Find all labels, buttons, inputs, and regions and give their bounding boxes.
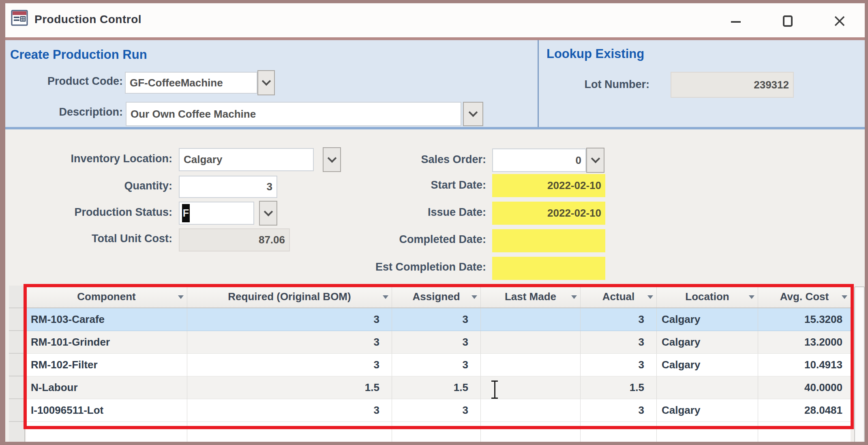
empty-cell[interactable] [26,422,187,442]
column-header-location[interactable]: Location [657,286,758,307]
lookup-existing-title: Lookup Existing [547,47,644,61]
production-status-dropdown-button[interactable] [259,201,277,226]
cell-avg-cost[interactable]: 28.0481 [758,399,851,421]
cell-avg-cost[interactable]: 10.4913 [758,354,851,376]
column-filter-arrow-icon[interactable] [842,295,847,299]
production-status-label: Production Status: [22,206,172,219]
cell-assigned[interactable]: 3 [392,399,481,421]
title-bar: Production Control [5,3,865,37]
quantity-field[interactable]: 3 [179,176,277,198]
product-code-field[interactable]: GF-CoffeeMachine [125,72,257,94]
cell-required-original-bom[interactable]: 3 [187,399,392,421]
issue-date-label: Issue Date: [320,206,486,219]
cell-assigned[interactable]: 3 [392,308,481,331]
minimize-button[interactable] [726,12,746,30]
cell-location[interactable] [657,376,758,399]
cell-actual[interactable]: 1.5 [581,376,657,399]
est-completion-date-field[interactable] [492,257,605,280]
cell-last-made[interactable] [481,376,581,399]
cell-required-original-bom[interactable]: 3 [187,354,392,376]
record-selector[interactable] [9,308,24,331]
cell-location[interactable]: Calgary [657,399,758,421]
column-header-avg-cost[interactable]: Avg. Cost [758,286,851,307]
column-filter-arrow-icon[interactable] [749,295,754,299]
inventory-location-field[interactable]: Calgary [179,148,314,171]
issue-date-field[interactable]: 2022-02-10 [492,202,605,225]
cell-component[interactable]: I-10096511-Lot [26,399,187,421]
product-code-dropdown-button[interactable] [257,70,275,95]
column-header-label: Actual [602,290,634,303]
record-selector[interactable] [9,331,24,354]
close-icon [832,14,847,28]
empty-row[interactable] [26,422,851,442]
description-field[interactable]: Our Own Coffee Machine [126,102,461,126]
record-selector[interactable] [9,422,24,442]
column-header-actual[interactable]: Actual [581,286,657,307]
lot-number-field[interactable]: 239312 [671,72,794,98]
start-date-field[interactable]: 2022-02-10 [492,174,605,197]
column-filter-arrow-icon[interactable] [472,295,477,299]
table-row-rm-102-filter[interactable]: RM-102-Filter333Calgary10.4913 [26,354,851,376]
cell-required-original-bom[interactable]: 3 [187,308,392,331]
empty-cell[interactable] [481,422,581,442]
empty-cell[interactable] [758,422,851,442]
cell-required-original-bom[interactable]: 3 [187,331,392,353]
table-row-rm-101-grinder[interactable]: RM-101-Grinder333Calgary13.2000 [26,331,851,354]
cell-location[interactable]: Calgary [657,308,758,331]
table-row-rm-103-carafe[interactable]: RM-103-Carafe333Calgary15.3208 [26,308,851,331]
column-header-component[interactable]: Component [26,286,187,307]
cell-location[interactable]: Calgary [657,354,758,376]
cell-actual[interactable]: 3 [581,308,657,331]
column-header-required-original-bom[interactable]: Required (Original BOM) [187,286,392,307]
cell-component[interactable]: RM-103-Carafe [26,308,187,331]
cell-last-made[interactable] [481,308,581,331]
cell-actual[interactable]: 3 [581,399,657,421]
table-header-row: ComponentRequired (Original BOM)Assigned… [26,286,851,308]
record-selector[interactable] [9,354,24,376]
record-selector[interactable] [9,399,24,422]
vertical-scrollbar[interactable] [854,286,865,442]
record-selector-column[interactable] [9,286,25,442]
production-status-field[interactable]: F [179,202,254,225]
cell-component[interactable]: RM-101-Grinder [26,331,187,353]
cell-avg-cost[interactable]: 13.2000 [758,331,851,353]
cell-last-made[interactable] [481,354,581,376]
empty-cell[interactable] [187,422,392,442]
chevron-down-icon [264,207,273,216]
cell-assigned[interactable]: 3 [392,354,481,376]
cell-location[interactable]: Calgary [657,331,758,353]
empty-cell[interactable] [657,422,758,442]
cell-required-original-bom[interactable]: 1.5 [187,376,392,399]
sales-order-dropdown-button[interactable] [586,148,604,173]
chevron-down-icon [591,154,600,163]
completed-date-field[interactable] [492,229,605,252]
column-header-assigned[interactable]: Assigned [392,286,481,307]
column-filter-arrow-icon[interactable] [178,295,184,299]
cell-avg-cost[interactable]: 40.0000 [758,376,851,399]
record-selector[interactable] [9,376,24,399]
cell-assigned[interactable]: 1.5 [392,376,481,399]
cell-assigned[interactable]: 3 [392,331,481,353]
column-filter-arrow-icon[interactable] [571,295,577,299]
maximize-button[interactable] [778,12,797,30]
cell-component[interactable]: N-Labour [26,376,187,399]
table-row-n-labour[interactable]: N-Labour1.51.51.540.0000 [26,376,851,399]
column-header-last-made[interactable]: Last Made [481,286,581,307]
sales-order-field[interactable]: 0 [492,148,586,172]
cell-last-made[interactable] [481,399,581,421]
cell-avg-cost[interactable]: 15.3208 [758,308,851,331]
column-filter-arrow-icon[interactable] [383,295,388,299]
column-filter-arrow-icon[interactable] [647,295,653,299]
empty-cell[interactable] [392,422,481,442]
table-row-i-10096511-lot[interactable]: I-10096511-Lot333Calgary28.0481 [26,399,851,422]
cell-actual[interactable]: 3 [581,331,657,353]
est-completion-date-label: Est Completion Date: [320,261,486,273]
close-button[interactable] [830,12,849,30]
screen: Production Control Create Production Run… [0,0,868,445]
cell-component[interactable]: RM-102-Filter [26,354,187,376]
column-header-label: Required (Original BOM) [228,290,351,303]
empty-cell[interactable] [581,422,657,442]
description-dropdown-button[interactable] [463,102,483,126]
cell-actual[interactable]: 3 [581,354,657,376]
cell-last-made[interactable] [481,331,581,353]
